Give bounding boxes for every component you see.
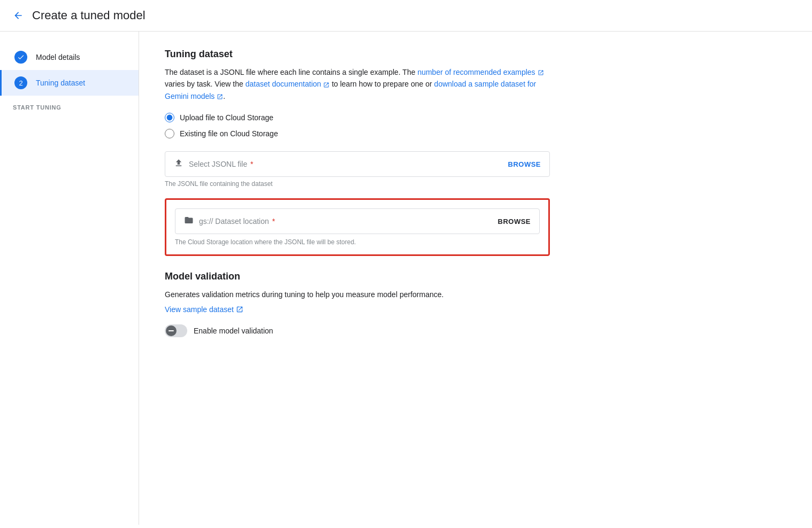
radio-upload-file[interactable]: Upload file to Cloud Storage <box>165 113 786 122</box>
recommended-examples-link[interactable]: number of recommended examples <box>417 68 543 76</box>
step-number-icon: 2 <box>14 76 27 89</box>
radio-upload-file-input[interactable] <box>165 113 174 122</box>
radio-upload-file-label: Upload file to Cloud Storage <box>180 113 273 122</box>
folder-icon <box>184 215 194 227</box>
page-header: Create a tuned model <box>0 0 812 32</box>
sidebar-item-label-tuning-dataset: Tuning dataset <box>36 79 85 87</box>
sidebar: Model details 2 Tuning dataset START TUN… <box>0 32 139 525</box>
model-validation-description: Generates validation metrics during tuni… <box>165 289 550 300</box>
model-validation-section: Model validation Generates validation me… <box>165 271 550 337</box>
back-button[interactable] <box>13 10 24 21</box>
jsonl-file-helper-text: The JSONL file containing the dataset <box>165 180 550 188</box>
required-star-file: * <box>248 160 253 168</box>
radio-existing-file-input[interactable] <box>165 129 174 138</box>
dataset-location-highlighted-box: gs:// Dataset location * BROWSE The Clou… <box>165 198 550 256</box>
main-layout: Model details 2 Tuning dataset START TUN… <box>0 32 812 525</box>
view-sample-link[interactable]: View sample dataset <box>165 305 243 314</box>
dataset-location-placeholder: gs:// Dataset location * <box>199 217 275 226</box>
browse-location-button[interactable]: BROWSE <box>498 218 531 226</box>
jsonl-file-placeholder: Select JSONL file * <box>189 160 254 168</box>
radio-existing-file[interactable]: Existing file on Cloud Storage <box>165 129 786 138</box>
dataset-location-helper-text: The Cloud Storage location where the JSO… <box>175 238 540 246</box>
radio-existing-file-label: Existing file on Cloud Storage <box>180 129 278 138</box>
required-star-location: * <box>270 217 275 226</box>
tuning-dataset-section: Tuning dataset The dataset is a JSONL fi… <box>165 49 786 256</box>
sidebar-item-model-details[interactable]: Model details <box>0 44 139 70</box>
jsonl-file-input-container: Select JSONL file * BROWSE <box>165 151 550 177</box>
sidebar-section-start-tuning: START TUNING <box>0 96 139 115</box>
tuning-dataset-description: The dataset is a JSONL file where each l… <box>165 66 550 102</box>
page-title: Create a tuned model <box>32 9 145 22</box>
main-content: Tuning dataset The dataset is a JSONL fi… <box>139 32 812 525</box>
enable-validation-label: Enable model validation <box>194 327 273 335</box>
tuning-dataset-title: Tuning dataset <box>165 49 786 60</box>
dataset-location-left: gs:// Dataset location * <box>184 215 275 227</box>
upload-icon <box>174 158 183 170</box>
sidebar-item-tuning-dataset[interactable]: 2 Tuning dataset <box>0 70 139 96</box>
toggle-thumb <box>166 325 177 336</box>
enable-validation-toggle[interactable] <box>165 324 187 337</box>
browse-file-button[interactable]: BROWSE <box>508 160 541 168</box>
dataset-documentation-link[interactable]: dataset documentation <box>246 80 330 88</box>
file-input-left: Select JSONL file * <box>174 158 254 170</box>
enable-validation-toggle-row: Enable model validation <box>165 324 550 337</box>
upload-method-radio-group: Upload file to Cloud Storage Existing fi… <box>165 113 786 138</box>
model-validation-title: Model validation <box>165 271 550 282</box>
toggle-minus-icon <box>168 330 174 331</box>
dataset-location-input-container: gs:// Dataset location * BROWSE <box>175 208 540 234</box>
sidebar-item-label-model-details: Model details <box>36 53 80 61</box>
check-icon <box>14 51 27 64</box>
